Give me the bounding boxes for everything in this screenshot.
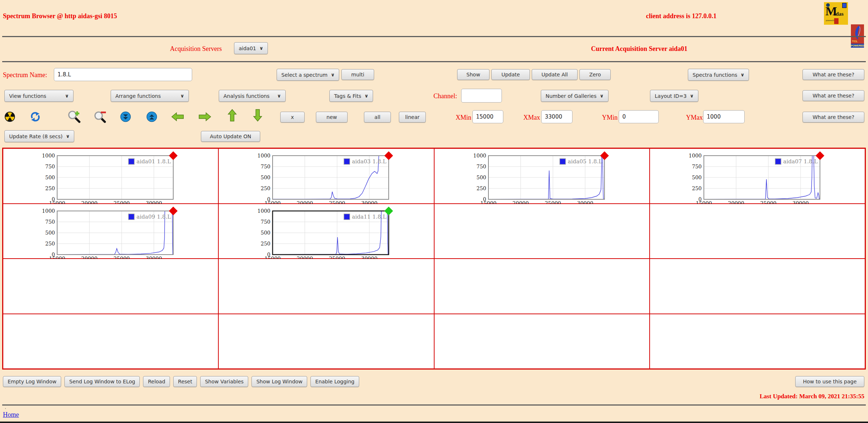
tags-fits-select[interactable]: Tags & Fits [329, 90, 373, 102]
reset-button[interactable]: Reset [173, 376, 197, 387]
arrange-functions-select[interactable]: Arrange functions [111, 90, 189, 102]
pan-down-icon[interactable] [253, 109, 262, 122]
show-variables-button[interactable]: Show Variables [200, 376, 248, 387]
spectrum-chart-aida11: 0250500750100015000200002500030000aida11… [255, 205, 408, 260]
tags-fits-value: Tags & Fits [334, 93, 361, 99]
update-button[interactable]: Update [491, 69, 530, 80]
chevron-down-icon [66, 133, 70, 139]
ymin-input[interactable] [619, 110, 659, 123]
svg-text:750: 750 [476, 164, 486, 169]
chevron-down-icon [331, 72, 335, 77]
gallery-cell-aida07[interactable]: 0250500750100015000200002500030000aida07… [650, 149, 865, 203]
gallery-cell-aida05[interactable]: 0250500750100015000200002500030000aida05… [435, 149, 649, 203]
chevron-down-icon [365, 93, 369, 99]
zoom-in-icon[interactable] [68, 110, 81, 123]
show-log-window-button[interactable]: Show Log Window [251, 376, 307, 387]
xmax-input[interactable] [541, 110, 572, 123]
spectrum-chart-aida03: 0250500750100015000200002500030000aida03… [255, 150, 408, 205]
spectrum-chart-aida09: 0250500750100015000200002500030000aida09… [40, 205, 193, 260]
chevron-down-icon [741, 72, 745, 77]
how-to-use-button[interactable]: How to use this page [795, 376, 864, 387]
chevron-down-icon [690, 93, 694, 99]
layout-id-select[interactable]: Layout ID=3 [650, 90, 698, 102]
zero-button[interactable]: Zero [579, 69, 611, 80]
client-address: client address is 127.0.0.1 [646, 12, 717, 20]
gallery-cell-empty [3, 259, 218, 314]
svg-text:250: 250 [45, 185, 55, 191]
scroll-up-icon[interactable] [146, 111, 157, 122]
bottom-window-edge [0, 422, 868, 423]
legend-label: aida03 1.8.L [352, 158, 387, 165]
select-spectrum-select[interactable]: Select a spectrum [277, 69, 339, 81]
linear-button[interactable]: linear [399, 112, 426, 123]
midas-logo-idas: idas [834, 11, 844, 17]
svg-text:250: 250 [261, 185, 271, 191]
svg-text:750: 750 [261, 164, 271, 169]
view-functions-select[interactable]: View functions [4, 90, 74, 102]
gallery-cell-empty [435, 204, 649, 259]
send-log-to-elog-button[interactable]: Send Log Window to ELog [64, 376, 140, 387]
empty-log-window-button[interactable]: Empty Log Window [3, 376, 61, 387]
legend-label: aida01 1.8.L [136, 158, 171, 165]
gallery-cell-aida03[interactable]: 0250500750100015000200002500030000aida03… [219, 149, 433, 203]
svg-text:750: 750 [692, 164, 702, 169]
svg-text:500: 500 [261, 230, 271, 236]
gallery-cell-aida11[interactable]: 0250500750100015000200002500030000aida11… [219, 204, 433, 259]
midas-powered-by: powered by [826, 19, 835, 21]
enable-logging-button[interactable]: Enable Logging [310, 376, 359, 387]
acquisition-server-select[interactable]: aida01 [234, 42, 268, 54]
radiation-icon[interactable] [4, 111, 15, 122]
svg-text:500: 500 [692, 175, 702, 180]
svg-text:750: 750 [45, 164, 55, 169]
gallery-cell-aida09[interactable]: 0250500750100015000200002500030000aida09… [3, 204, 218, 259]
svg-text:1000: 1000 [258, 153, 271, 159]
spectra-functions-select[interactable]: Spectra functions [688, 69, 749, 81]
pan-up-icon[interactable] [227, 109, 237, 122]
update-rate-select[interactable]: Update Rate (8 secs) [4, 130, 74, 142]
spectrum-name-input[interactable] [54, 68, 192, 81]
acquisition-servers-label: Acquisition Servers [170, 45, 222, 53]
update-all-button[interactable]: Update All [532, 69, 578, 80]
what-are-these-button-3[interactable]: What are these? [802, 112, 864, 123]
gallery-cell-aida01[interactable]: 0250500750100015000200002500030000aida01… [3, 149, 218, 203]
new-button[interactable]: new [316, 112, 348, 123]
ymax-input[interactable] [703, 110, 745, 123]
gallery-cell-empty [650, 314, 865, 369]
multi-button[interactable]: multi [341, 69, 374, 80]
svg-text:250: 250 [261, 241, 271, 247]
xmin-input[interactable] [472, 110, 503, 123]
gallery-cell-empty [3, 314, 218, 369]
what-are-these-button-1[interactable]: What are these? [802, 69, 864, 80]
number-of-galleries-select[interactable]: Number of Galleries [541, 90, 609, 102]
chevron-down-icon [600, 93, 604, 99]
tcl-powered-text: POWERED [851, 44, 864, 48]
refresh-icon[interactable] [30, 111, 41, 122]
zoom-out-icon[interactable] [94, 110, 107, 123]
spectrum-browser-page: Spectrum Browser @ http aidas-gsi 8015 c… [0, 0, 868, 423]
pan-right-icon[interactable] [198, 112, 211, 121]
scroll-down-icon[interactable] [120, 111, 131, 122]
midas-logo[interactable]: M idas powered by [824, 2, 848, 25]
svg-text:250: 250 [45, 241, 55, 247]
legend-label: aida11 1.8.L [352, 214, 387, 220]
pan-left-icon[interactable] [171, 112, 184, 121]
home-link[interactable]: Home [3, 411, 19, 419]
number-of-galleries-value: Number of Galleries [546, 93, 596, 99]
auto-update-button[interactable]: Auto Update ON [201, 131, 260, 142]
tcl-logo-text: TCL [852, 40, 858, 43]
channel-input[interactable] [461, 89, 502, 103]
show-button[interactable]: Show [457, 69, 490, 80]
svg-text:1000: 1000 [689, 153, 702, 159]
reload-button[interactable]: Reload [143, 376, 170, 387]
svg-text:750: 750 [45, 219, 55, 225]
analysis-functions-select[interactable]: Analysis functions [219, 90, 286, 102]
last-updated-text: Last Updated: March 09, 2021 21:35:55 [760, 393, 864, 400]
midas-shield-icon [842, 3, 847, 8]
what-are-these-button-2[interactable]: What are these? [802, 90, 864, 101]
channel-label: Channel: [433, 92, 457, 100]
x-axis-button[interactable]: x [280, 112, 305, 123]
xmin-label: XMin [456, 114, 471, 121]
all-button[interactable]: all [364, 112, 391, 123]
page-title: Spectrum Browser @ http aidas-gsi 8015 [3, 12, 117, 20]
gallery-cell-empty [435, 314, 649, 369]
